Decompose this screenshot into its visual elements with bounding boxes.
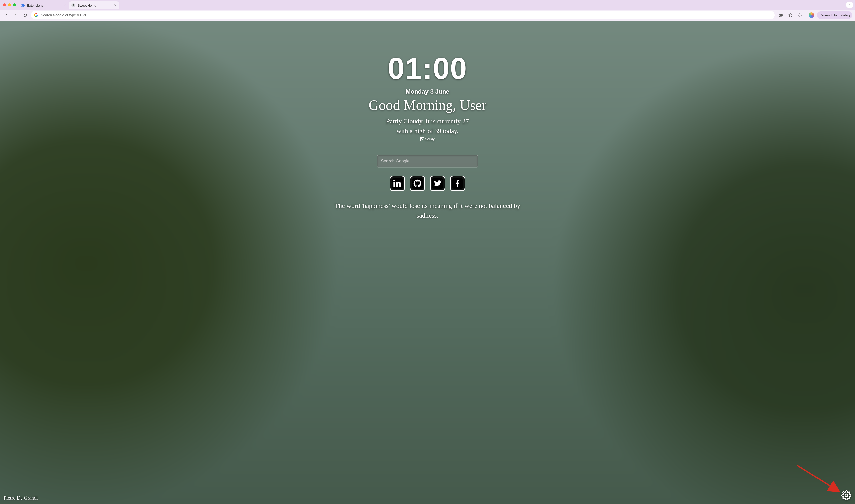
twitter-link[interactable] bbox=[430, 176, 445, 191]
tabs-dropdown-button[interactable] bbox=[847, 2, 853, 7]
tab-strip: Extensions ✕ S Sweet Home ✕ + bbox=[0, 0, 855, 10]
weather-line1: Partly Cloudy, It is currently 27 bbox=[386, 117, 469, 126]
puzzle-icon bbox=[21, 3, 25, 7]
favicon-letter-icon: S bbox=[71, 3, 75, 7]
quote-text: The word 'happiness' would lose its mean… bbox=[332, 201, 523, 220]
extensions-icon[interactable] bbox=[796, 12, 803, 19]
new-tab-button[interactable]: + bbox=[120, 1, 127, 8]
facebook-link[interactable] bbox=[450, 176, 465, 191]
relaunch-label: Relaunch to update bbox=[819, 13, 848, 17]
github-link[interactable] bbox=[410, 176, 425, 191]
weather-icon-broken: cloudy bbox=[421, 137, 434, 141]
weather-text: Partly Cloudy, It is currently 27 with a… bbox=[386, 117, 469, 136]
omnibox[interactable]: Search Google or type a URL bbox=[31, 11, 775, 19]
tab-title: Extensions bbox=[27, 3, 43, 7]
tab-extensions[interactable]: Extensions ✕ bbox=[19, 1, 69, 9]
gear-icon bbox=[841, 490, 852, 501]
greeting: Good Morning, User bbox=[369, 97, 486, 113]
svg-line-3 bbox=[797, 465, 837, 490]
menu-dots-icon bbox=[849, 14, 850, 17]
page-content: 01:00 Monday 3 June Good Morning, User P… bbox=[0, 21, 855, 504]
relaunch-button[interactable]: Relaunch to update bbox=[817, 11, 853, 19]
incognito-unavailable-icon[interactable] bbox=[777, 12, 784, 19]
annotation-arrow bbox=[795, 463, 845, 497]
broken-image-icon bbox=[421, 137, 424, 141]
weather-line2: with a high of 39 today. bbox=[386, 126, 469, 136]
facebook-icon bbox=[454, 179, 462, 187]
photo-credit: Pietro De Grandi bbox=[3, 495, 38, 501]
google-icon bbox=[34, 13, 38, 17]
github-icon bbox=[413, 179, 422, 187]
search-input[interactable] bbox=[381, 159, 474, 164]
browser-toolbar: Search Google or type a URL Relaunch to … bbox=[0, 10, 855, 21]
tab-close-button[interactable]: ✕ bbox=[64, 3, 67, 7]
date: Monday 3 June bbox=[406, 88, 449, 95]
svg-point-1 bbox=[845, 494, 848, 497]
profile-avatar[interactable] bbox=[809, 12, 814, 18]
window-close-button[interactable] bbox=[3, 3, 6, 6]
twitter-icon bbox=[433, 179, 442, 187]
back-button[interactable] bbox=[2, 12, 10, 19]
reload-button[interactable] bbox=[22, 12, 29, 19]
tab-title: Sweet Home bbox=[77, 3, 96, 7]
settings-button[interactable] bbox=[841, 490, 852, 502]
linkedin-icon bbox=[393, 179, 401, 187]
linkedin-link[interactable] bbox=[390, 176, 405, 191]
window-controls bbox=[2, 3, 19, 6]
social-links-row bbox=[390, 176, 465, 191]
search-box[interactable] bbox=[377, 155, 478, 167]
window-maximize-button[interactable] bbox=[13, 3, 16, 6]
window-minimize-button[interactable] bbox=[8, 3, 11, 6]
tab-close-button[interactable]: ✕ bbox=[114, 3, 117, 7]
bookmark-icon[interactable] bbox=[787, 12, 794, 19]
weather-icon-alt: cloudy bbox=[425, 137, 434, 141]
omnibox-placeholder: Search Google or type a URL bbox=[41, 13, 87, 17]
forward-button[interactable] bbox=[12, 12, 19, 19]
tab-sweet-home[interactable]: S Sweet Home ✕ bbox=[69, 1, 119, 9]
clock: 01:00 bbox=[388, 53, 467, 84]
